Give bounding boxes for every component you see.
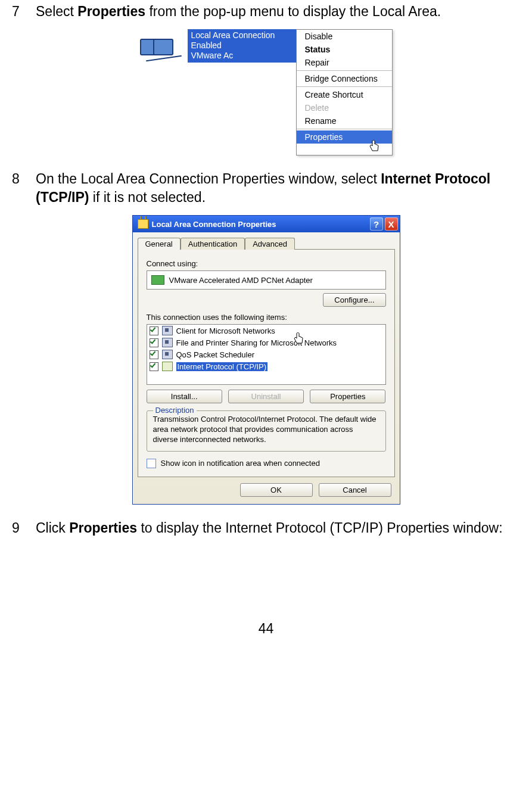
description-text: Transmission Control Protocol/Internet P… bbox=[153, 415, 379, 445]
connection-status: Enabled bbox=[191, 41, 293, 51]
menu-item-rename[interactable]: Rename bbox=[297, 114, 392, 127]
connection-name: Local Area Connection bbox=[191, 30, 293, 41]
menu-separator bbox=[297, 129, 392, 129]
text: Select bbox=[36, 4, 77, 19]
list-item-label: Internet Protocol (TCP/IP) bbox=[176, 362, 268, 371]
checkbox-icon[interactable] bbox=[150, 350, 158, 359]
connection-label-selected[interactable]: Local Area Connection Enabled VMware Ac bbox=[188, 29, 296, 63]
text: if it is not selected. bbox=[89, 189, 206, 205]
adapter-name: VMware Accelerated AMD PCNet Adapter bbox=[169, 276, 313, 285]
list-item[interactable]: Client for Microsoft Networks bbox=[147, 325, 385, 337]
tab-panel-general: Connect using: VMware Accelerated AMD PC… bbox=[138, 249, 395, 477]
text: to display the Internet Protocol (TCP/IP… bbox=[137, 520, 503, 536]
tab-bar: General Authentication Advanced bbox=[133, 232, 400, 249]
tab-authentication[interactable]: Authentication bbox=[181, 238, 245, 250]
component-icon bbox=[162, 326, 173, 335]
menu-item-bridge[interactable]: Bridge Connections bbox=[297, 72, 392, 85]
text: from the pop-up menu to display the Loca… bbox=[145, 4, 441, 19]
menu-separator bbox=[297, 70, 392, 71]
step-number: 8 bbox=[12, 170, 36, 207]
cancel-button[interactable]: Cancel bbox=[319, 483, 391, 497]
connect-using-label: Connect using: bbox=[147, 259, 386, 268]
show-icon-label: Show icon in notification area when conn… bbox=[161, 459, 320, 468]
list-item[interactable]: File and Printer Sharing for Microsoft N… bbox=[147, 337, 385, 349]
step-9-text: Click Properties to display the Internet… bbox=[36, 519, 520, 537]
component-icon bbox=[162, 362, 173, 371]
components-listbox[interactable]: Client for Microsoft Networks File and P… bbox=[147, 324, 386, 385]
network-connection-icon bbox=[140, 29, 188, 65]
menu-item-disable[interactable]: Disable bbox=[297, 30, 392, 43]
dialog-titlebar[interactable]: Local Area Connection Properties ? X bbox=[133, 216, 400, 232]
step-number: 9 bbox=[12, 519, 36, 537]
dialog-title: Local Area Connection Properties bbox=[152, 220, 368, 229]
list-item-label: QoS Packet Scheduler bbox=[176, 350, 255, 359]
checkbox-icon[interactable] bbox=[150, 338, 158, 347]
connection-adapter-truncated: VMware Ac bbox=[191, 51, 293, 61]
context-menu: Disable Status Repair Bridge Connections… bbox=[296, 29, 393, 155]
bold: Properties bbox=[77, 4, 145, 19]
checkbox-icon[interactable] bbox=[150, 362, 158, 371]
close-button[interactable]: X bbox=[385, 217, 398, 231]
dialog-local-area-connection-properties: Local Area Connection Properties ? X Gen… bbox=[132, 215, 400, 505]
description-legend: Description bbox=[153, 406, 197, 415]
step-8: 8 On the Local Area Connection Propertie… bbox=[12, 170, 520, 207]
menu-item-shortcut[interactable]: Create Shortcut bbox=[297, 88, 392, 101]
tab-advanced[interactable]: Advanced bbox=[245, 238, 295, 250]
nic-icon bbox=[151, 275, 164, 285]
help-button[interactable]: ? bbox=[370, 217, 383, 231]
text: On the Local Area Connection Properties … bbox=[36, 171, 381, 186]
figure-context-menu: Local Area Connection Enabled VMware Ac … bbox=[12, 29, 520, 155]
titlebar-icon bbox=[138, 219, 148, 229]
menu-item-status[interactable]: Status bbox=[297, 43, 392, 56]
step-8-text: On the Local Area Connection Properties … bbox=[36, 170, 520, 207]
step-7: 7 Select Properties from the pop-up menu… bbox=[12, 2, 520, 21]
list-item-label: File and Printer Sharing for Microsoft N… bbox=[176, 338, 337, 347]
menu-item-repair[interactable]: Repair bbox=[297, 56, 392, 69]
step-7-text: Select Properties from the pop-up menu t… bbox=[36, 2, 520, 21]
list-item-label: Client for Microsoft Networks bbox=[176, 326, 275, 335]
list-item[interactable]: QoS Packet Scheduler bbox=[147, 349, 385, 360]
checkbox-icon[interactable] bbox=[150, 326, 158, 335]
install-button[interactable]: Install... bbox=[147, 390, 222, 403]
properties-button[interactable]: Properties bbox=[310, 390, 385, 403]
uninstall-button: Uninstall bbox=[228, 390, 304, 403]
configure-button[interactable]: Configure... bbox=[323, 293, 385, 307]
list-item-selected[interactable]: Internet Protocol (TCP/IP) bbox=[147, 360, 385, 372]
step-number: 7 bbox=[12, 2, 36, 21]
show-icon-row[interactable]: Show icon in notification area when conn… bbox=[147, 459, 386, 468]
component-icon bbox=[162, 338, 173, 347]
description-group: Description Transmission Control Protoco… bbox=[147, 410, 386, 452]
figure-properties-dialog: Local Area Connection Properties ? X Gen… bbox=[12, 215, 520, 505]
items-label: This connection uses the following items… bbox=[147, 313, 386, 322]
checkbox-show-icon[interactable] bbox=[147, 459, 156, 468]
text: Click bbox=[36, 520, 69, 536]
tab-general[interactable]: General bbox=[138, 238, 181, 250]
menu-separator bbox=[297, 86, 392, 87]
bold: Properties bbox=[69, 520, 137, 536]
adapter-box: VMware Accelerated AMD PCNet Adapter bbox=[147, 270, 386, 290]
ok-button[interactable]: OK bbox=[240, 483, 313, 497]
page-number: 44 bbox=[12, 621, 520, 637]
step-9: 9 Click Properties to display the Intern… bbox=[12, 519, 520, 537]
cursor-hand-icon bbox=[368, 140, 380, 153]
component-icon bbox=[162, 350, 173, 359]
dialog-buttons: OK Cancel bbox=[133, 483, 391, 497]
menu-item-delete: Delete bbox=[297, 101, 392, 114]
